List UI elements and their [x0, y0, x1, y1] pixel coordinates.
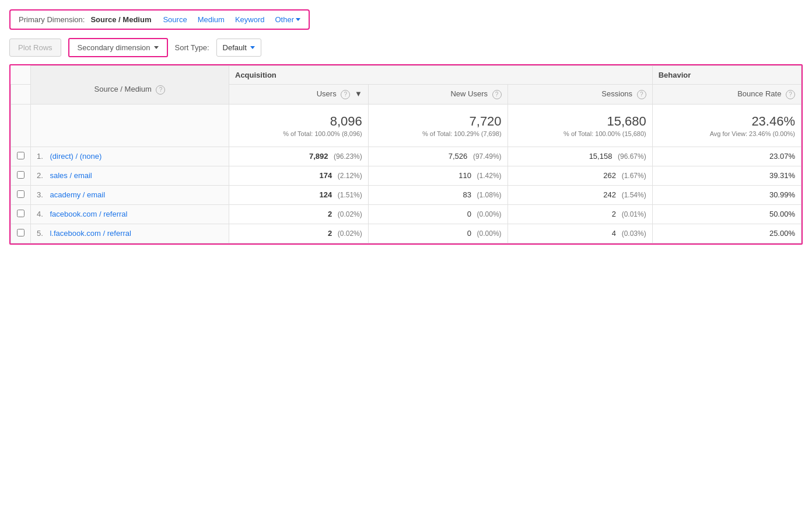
source-medium-header: Source / Medium ? [31, 66, 229, 105]
new-users-help-icon[interactable]: ? [492, 90, 502, 99]
sessions-pct: (0.03%) [622, 229, 646, 238]
row-bounce-rate: 23.07% [652, 147, 801, 166]
users-pct: (0.02%) [338, 210, 362, 218]
row-new-users: 7,526 (97.49%) [368, 147, 508, 166]
totals-new-users-cell: 7,720 % of Total: 100.29% (7,698) [368, 104, 508, 147]
row-name-link[interactable]: l.facebook.com / referral [50, 229, 131, 238]
row-checkbox-cell[interactable] [11, 185, 31, 204]
totals-users-value: 8,096 [235, 114, 362, 129]
users-pct: (2.12%) [338, 172, 362, 180]
row-bounce-rate: 50.00% [652, 204, 801, 224]
table-row: 5. l.facebook.com / referral 2 (0.02%) 0… [11, 224, 802, 243]
primary-link-source[interactable]: Source [163, 15, 187, 24]
bounce-rate-help-icon[interactable]: ? [786, 90, 795, 99]
totals-row: 8,096 % of Total: 100.00% (8,096) 7,720 … [11, 104, 802, 147]
row-source-medium: 2. sales / email [31, 166, 229, 185]
row-source-medium: 3. academy / email [31, 185, 229, 204]
checkbox-header [11, 66, 31, 85]
totals-new-users-sub: % of Total: 100.29% (7,698) [374, 130, 502, 137]
chevron-down-icon [154, 46, 159, 49]
new-users-value: 0 [467, 210, 471, 218]
primary-dimension-active: Source / Medium [90, 15, 151, 24]
sessions-pct: (96.67%) [618, 152, 646, 161]
users-pct: (0.02%) [338, 229, 362, 238]
row-new-users: 0 (0.00%) [368, 224, 508, 243]
primary-link-keyword[interactable]: Keyword [235, 15, 265, 24]
new-users-pct: (1.42%) [477, 172, 502, 180]
row-checkbox-cell[interactable] [11, 224, 31, 243]
row-checkbox[interactable] [17, 210, 24, 217]
sessions-value: 262 [603, 171, 616, 180]
row-checkbox[interactable] [17, 171, 24, 179]
other-dropdown[interactable]: Other [275, 15, 300, 24]
bounce-rate-value: 30.99% [769, 190, 795, 199]
row-name-link[interactable]: (direct) / (none) [50, 152, 102, 161]
row-checkbox-cell[interactable] [11, 166, 31, 185]
row-users: 2 (0.02%) [229, 224, 369, 243]
users-header: Users ? ▼ [229, 85, 369, 105]
row-checkbox-cell[interactable] [11, 204, 31, 224]
row-name-link[interactable]: sales / email [50, 171, 92, 180]
row-checkbox[interactable] [17, 229, 24, 236]
secondary-dimension-label: Secondary dimension [78, 43, 150, 52]
row-name-link[interactable]: academy / email [50, 190, 105, 199]
table-row: 3. academy / email 124 (1.51%) 83 (1.08%… [11, 185, 802, 204]
sessions-value: 15,158 [589, 152, 612, 161]
toolbar: Plot Rows Secondary dimension Sort Type:… [9, 38, 803, 57]
sessions-pct: (1.67%) [622, 172, 646, 180]
acquisition-header: Acquisition [229, 66, 653, 85]
primary-dimension-label: Primary Dimension: [19, 15, 85, 24]
sort-type-label: Sort Type: [175, 43, 209, 52]
bounce-rate-value: 23.07% [769, 152, 795, 161]
section-headers-row: Source / Medium ? Acquisition Behavior [11, 66, 802, 85]
chevron-down-icon [296, 18, 300, 21]
data-table-wrapper: Source / Medium ? Acquisition Behavior U… [9, 64, 803, 245]
chevron-down-icon [250, 46, 255, 49]
totals-bounce-rate-value: 23.46% [659, 114, 795, 129]
row-new-users: 110 (1.42%) [368, 166, 508, 185]
row-number: 5. [37, 229, 43, 238]
source-medium-help-icon[interactable]: ? [156, 85, 165, 95]
sessions-help-icon[interactable]: ? [637, 90, 646, 99]
new-users-header: New Users ? [368, 85, 508, 105]
row-users: 174 (2.12%) [229, 166, 369, 185]
data-table: Source / Medium ? Acquisition Behavior U… [10, 65, 802, 243]
totals-bounce-rate-sub: Avg for View: 23.46% (0.00%) [659, 130, 795, 137]
row-name-link[interactable]: facebook.com / referral [50, 210, 127, 218]
sort-type-dropdown[interactable]: Default [216, 39, 261, 57]
new-users-value: 110 [459, 171, 471, 180]
new-users-pct: (0.00%) [477, 210, 502, 218]
row-source-medium: 1. (direct) / (none) [31, 147, 229, 166]
source-medium-label: Source / Medium [94, 85, 152, 93]
primary-link-medium[interactable]: Medium [198, 15, 225, 24]
row-checkbox-cell[interactable] [11, 147, 31, 166]
row-users: 7,892 (96.23%) [229, 147, 369, 166]
row-checkbox[interactable] [17, 152, 24, 159]
users-pct: (96.23%) [334, 152, 362, 161]
row-sessions: 2 (0.01%) [508, 204, 652, 224]
row-source-medium: 4. facebook.com / referral [31, 204, 229, 224]
row-sessions: 262 (1.67%) [508, 166, 652, 185]
new-users-value: 83 [463, 190, 471, 199]
totals-sessions-value: 15,680 [514, 114, 646, 129]
row-source-medium: 5. l.facebook.com / referral [31, 224, 229, 243]
users-value: 2 [328, 210, 332, 218]
users-help-icon[interactable]: ? [341, 90, 350, 99]
plot-rows-button[interactable]: Plot Rows [9, 39, 61, 57]
new-users-value: 7,526 [449, 152, 468, 161]
bounce-rate-value: 25.00% [769, 229, 795, 238]
sessions-value: 242 [603, 190, 616, 199]
row-checkbox[interactable] [17, 190, 24, 198]
row-number: 2. [37, 171, 43, 180]
secondary-dimension-button[interactable]: Secondary dimension [68, 38, 168, 57]
totals-users-cell: 8,096 % of Total: 100.00% (8,096) [229, 104, 369, 147]
primary-dimension-bar: Primary Dimension: Source / Medium Sourc… [9, 9, 310, 30]
table-row: 1. (direct) / (none) 7,892 (96.23%) 7,52… [11, 147, 802, 166]
row-bounce-rate: 25.00% [652, 224, 801, 243]
row-number: 1. [37, 152, 43, 161]
totals-bounce-rate-cell: 23.46% Avg for View: 23.46% (0.00%) [652, 104, 801, 147]
sessions-value: 2 [612, 210, 616, 218]
users-value: 124 [319, 190, 332, 199]
new-users-pct: (0.00%) [477, 229, 502, 238]
new-users-value: 0 [467, 229, 471, 238]
